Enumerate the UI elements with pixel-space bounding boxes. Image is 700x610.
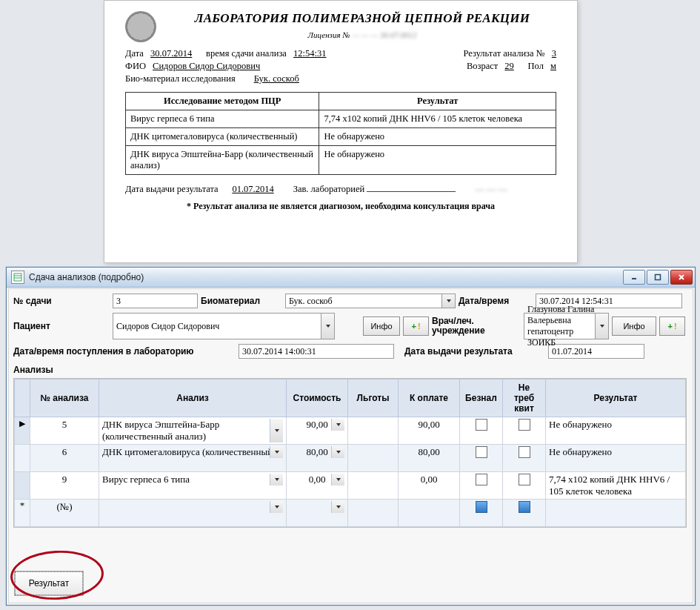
cell-discount[interactable] xyxy=(348,500,399,527)
chevron-down-icon[interactable] xyxy=(331,446,344,458)
chevron-down-icon[interactable] xyxy=(595,314,608,339)
cell-analysis[interactable]: Вирус герпеса 6 типа xyxy=(99,472,287,500)
cell-cost[interactable]: 0,00 xyxy=(287,472,348,500)
chevron-down-icon[interactable] xyxy=(270,474,283,485)
sex-value: м xyxy=(550,61,556,71)
cell-discount[interactable] xyxy=(348,417,399,445)
cell-cashless[interactable] xyxy=(460,417,503,445)
cell-result[interactable]: Не обнаружено xyxy=(546,417,686,445)
combo-doctor[interactable]: Глазунова Галина Валерьевна гепатоцентр … xyxy=(524,313,609,339)
license-label: Лицензия № xyxy=(308,30,350,39)
time-label: время сдачи анализа xyxy=(206,48,287,59)
chevron-down-icon[interactable] xyxy=(331,474,344,485)
chevron-down-icon[interactable] xyxy=(270,501,283,513)
window-title: Сдача анализов (подробно) xyxy=(29,272,623,282)
cell-cashless[interactable] xyxy=(460,500,503,527)
cell-discount[interactable] xyxy=(348,445,399,472)
cell-topay[interactable] xyxy=(399,500,460,527)
row-selector-header xyxy=(15,379,30,417)
cell-analysis[interactable]: ДНК цитомегаловируса (количественный) xyxy=(99,445,287,472)
input-no[interactable]: 3 xyxy=(113,294,198,308)
col-discount[interactable]: Льготы xyxy=(348,379,399,417)
col-cost[interactable]: Стоимость xyxy=(287,379,348,417)
cell-cashless[interactable] xyxy=(460,472,503,500)
col-analysis[interactable]: Анализ xyxy=(99,379,287,417)
info-button-doctor[interactable]: Инфо xyxy=(612,316,656,336)
cell-noreceipt[interactable] xyxy=(503,417,546,445)
cell-num[interactable]: (№) xyxy=(30,500,99,527)
col-cashless[interactable]: Безнал xyxy=(460,379,503,417)
grid-row: 9 Вирус герпеса 6 типа 0,00 0,00 xyxy=(15,472,686,500)
maximize-button[interactable] xyxy=(647,270,669,285)
combo-patient[interactable]: Сидоров Сидор Сидорович xyxy=(113,313,335,339)
table-row: Вирус герпеса 6 типа 7,74 x102 копий ДНК… xyxy=(126,110,556,128)
col-result[interactable]: Результат xyxy=(546,379,686,417)
cell-num[interactable]: 9 xyxy=(30,472,99,500)
test-result: Не обнаружено xyxy=(319,128,556,146)
row-selector[interactable] xyxy=(15,472,30,500)
cell-noreceipt[interactable] xyxy=(503,500,546,527)
analyses-grid[interactable]: № анализа Анализ Стоимость Льготы К опла… xyxy=(13,378,687,528)
label-biomaterial: Биоматериал xyxy=(201,294,282,308)
cell-num[interactable]: 5 xyxy=(30,417,99,445)
row-selector[interactable] xyxy=(15,445,30,472)
cell-cost[interactable]: 80,00 xyxy=(287,445,348,472)
info-button-patient[interactable]: Инфо xyxy=(363,316,400,336)
grid-new-row: * (№) xyxy=(15,500,686,527)
pcr-results-table: Исследование методом ПЦР Результат Вирус… xyxy=(125,92,556,175)
lab-head-label: Зав. лабораторией xyxy=(293,184,365,194)
app-window: Сдача анализов (подробно) № сдачи 3 Биом… xyxy=(6,267,696,606)
chevron-down-icon[interactable] xyxy=(331,501,344,513)
cell-analysis[interactable]: ДНК вируса Эпштейна-Барр (количественный… xyxy=(99,417,287,445)
label-issue: Дата выдачи результата xyxy=(397,345,545,358)
issue-date-label: Дата выдачи результата xyxy=(125,184,219,194)
grid-row: ▶ 5 ДНК вируса Эпштейна-Барр (количестве… xyxy=(15,417,686,445)
cell-result[interactable]: 7,74 x102 копий ДНК HHV6 / 105 клеток че… xyxy=(546,472,686,500)
col-noreceipt[interactable]: Не треб квит xyxy=(503,379,546,417)
cell-analysis[interactable] xyxy=(99,500,287,527)
chevron-down-icon[interactable] xyxy=(321,314,334,339)
chevron-down-icon[interactable] xyxy=(331,419,344,431)
row-selector[interactable]: ▶ xyxy=(15,417,30,445)
cell-discount[interactable] xyxy=(348,472,399,500)
cell-topay[interactable]: 80,00 xyxy=(399,445,460,472)
test-name: ДНК цитомегаловируса (количественный) xyxy=(126,128,319,146)
cell-topay[interactable]: 0,00 xyxy=(399,472,460,500)
close-button[interactable] xyxy=(670,270,693,285)
col-result: Результат xyxy=(319,93,556,110)
input-arrival[interactable]: 30.07.2014 14:00:31 xyxy=(239,344,394,359)
minimize-button[interactable] xyxy=(623,270,645,285)
biomat-value: Бук. соскоб xyxy=(254,73,299,84)
cell-cashless[interactable] xyxy=(460,445,503,472)
table-row: ДНК цитомегаловируса (количественный) Не… xyxy=(126,128,556,146)
chevron-down-icon[interactable] xyxy=(270,419,283,442)
client-area: № сдачи 3 Биоматериал Бук. соскоб Дата/в… xyxy=(8,288,693,603)
form-icon xyxy=(11,271,24,284)
cell-result[interactable]: Не обнаружено xyxy=(546,445,686,472)
date-value: 30.07.2014 xyxy=(150,48,192,59)
add-patient-button[interactable]: +! xyxy=(403,316,429,336)
add-doctor-button[interactable]: +! xyxy=(659,316,685,336)
cell-topay[interactable]: 90,00 xyxy=(399,417,460,445)
test-name: ДНК вируса Эпштейна-Барр (количественный… xyxy=(126,146,319,175)
row-selector-new[interactable]: * xyxy=(15,500,30,527)
combo-biomaterial[interactable]: Бук. соскоб xyxy=(285,294,456,308)
col-num[interactable]: № анализа xyxy=(30,379,99,417)
table-row: ДНК вируса Эпштейна-Барр (количественный… xyxy=(126,146,556,175)
cell-cost[interactable] xyxy=(287,500,348,527)
cell-result[interactable] xyxy=(546,500,686,527)
cell-noreceipt[interactable] xyxy=(503,472,546,500)
test-name: Вирус герпеса 6 типа xyxy=(126,110,319,128)
col-topay[interactable]: К оплате xyxy=(399,379,460,417)
titlebar[interactable]: Сдача анализов (подробно) xyxy=(7,268,695,288)
chevron-down-icon[interactable] xyxy=(441,294,455,308)
svg-rect-0 xyxy=(14,273,21,281)
result-button[interactable]: Результат xyxy=(15,571,83,595)
cell-cost[interactable]: 90,00 xyxy=(287,417,348,445)
age-value: 29 xyxy=(504,61,514,71)
cell-num[interactable]: 6 xyxy=(30,445,99,472)
cell-noreceipt[interactable] xyxy=(503,445,546,472)
grid-row: 6 ДНК цитомегаловируса (количественный) … xyxy=(15,445,686,472)
chevron-down-icon[interactable] xyxy=(270,446,283,458)
fio-label: ФИО xyxy=(125,61,146,71)
